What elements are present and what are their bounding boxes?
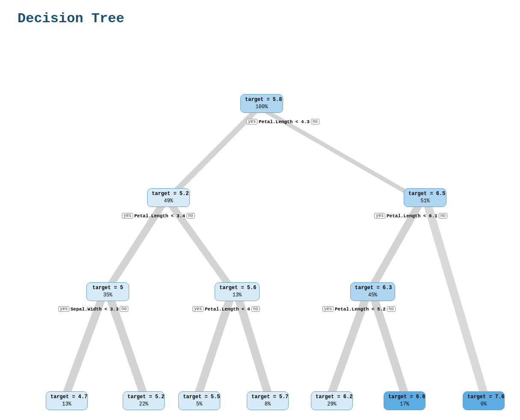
left1-condition-text: Petal.Length < 3.4 [134,213,185,219]
node-lr2: target = 5.6 13% [215,282,260,301]
lr2-no-badge: no [251,306,260,312]
node-left1-pct: 49% [152,198,185,205]
rl2-condition-text: Petal.Length < 5.2 [335,307,386,312]
node-lr2-target: target = 5.6 [219,284,255,292]
node-lr2-pct: 13% [219,292,255,299]
right1-yes-badge: yes [374,213,385,219]
page-title: Decision Tree [18,11,124,27]
node-rlr3-pct: 17% [388,401,421,408]
left1-yes-badge: yes [122,213,133,219]
right1-condition-text: Petal.Length < 6.1 [387,213,437,219]
ll2-condition-text: Sepal.Width < 3.3 [71,307,118,312]
node-lrr3-target: target = 5.7 [251,393,284,401]
svg-marker-6 [58,299,106,405]
node-lrl3-target: target = 5.5 [183,393,216,401]
rl2-yes-badge: yes [322,306,334,312]
node-rlr3-target: target = 6.6 [388,393,421,401]
root-no-badge: no [311,119,319,124]
rl2-no-badge: no [387,306,396,312]
node-root-pct: 100% [245,104,278,111]
root-condition: yes Petal.Length < 4.3 no [246,119,319,124]
node-lll3-pct: 13% [50,401,83,408]
svg-marker-5 [423,204,492,405]
svg-marker-7 [106,299,152,405]
node-lrr3-pct: 8% [251,401,284,408]
ll2-no-badge: no [120,306,128,312]
lr2-condition-text: Petal.Length < 4 [205,307,250,312]
node-rl2-pct: 45% [355,292,390,299]
node-lll3: target = 4.7 13% [46,391,88,410]
node-llr3-pct: 22% [127,401,160,408]
lr2-condition: yes Petal.Length < 4 no [192,306,260,312]
node-rl2: target = 6.3 45% [350,282,395,301]
node-rll3: target = 6.2 29% [311,391,353,410]
node-rr3-target: target = 7.6 [467,393,500,401]
node-right1-pct: 51% [408,198,442,205]
right1-condition: yes Petal.Length < 6.1 no [374,213,447,219]
node-rr3-pct: 6% [467,401,500,408]
node-right1-target: target = 6.5 [408,190,442,198]
svg-marker-9 [234,299,276,405]
node-rlr3: target = 6.6 17% [384,391,425,410]
tree-container: target = 5.8 100% yes Petal.Length < 4.3… [0,34,520,419]
node-rr3: target = 7.6 6% [463,391,505,410]
root-yes-badge: yes [246,119,257,124]
node-rll3-pct: 29% [316,401,348,408]
left1-no-badge: no [186,213,195,219]
node-llr3-target: target = 5.2 [127,393,160,401]
right1-no-badge: no [439,213,447,219]
rl2-condition: yes Petal.Length < 5.2 no [322,306,396,312]
node-left1: target = 5.2 49% [147,188,190,207]
node-lrr3: target = 5.7 8% [247,391,289,410]
node-ll2: target = 5 35% [86,282,129,301]
svg-marker-8 [190,299,234,405]
node-left1-target: target = 5.2 [152,190,185,198]
node-lll3-target: target = 4.7 [50,393,83,401]
node-rll3-target: target = 6.2 [316,393,348,401]
node-root-target: target = 5.8 [245,96,278,104]
node-lrl3-pct: 5% [183,401,216,408]
node-right1: target = 6.5 51% [404,188,446,207]
lr2-yes-badge: yes [192,306,204,312]
svg-marker-11 [370,299,413,405]
node-ll2-pct: 35% [91,292,124,299]
node-root: target = 5.8 100% [240,94,283,113]
left1-condition: yes Petal.Length < 3.4 no [122,213,195,219]
tree-svg [0,34,520,419]
ll2-yes-badge: yes [58,306,69,312]
node-rl2-target: target = 6.3 [355,284,390,292]
node-llr3: target = 5.2 22% [123,391,165,410]
node-lrl3: target = 5.5 5% [178,391,220,410]
svg-marker-10 [323,299,370,405]
root-condition-text: Petal.Length < 4.3 [259,119,310,124]
node-ll2-target: target = 5 [91,284,124,292]
ll2-condition: yes Sepal.Width < 3.3 no [58,306,128,312]
